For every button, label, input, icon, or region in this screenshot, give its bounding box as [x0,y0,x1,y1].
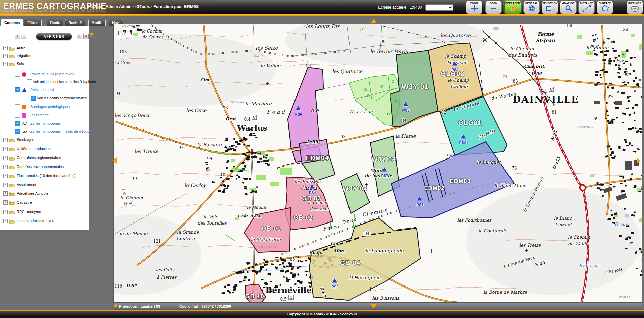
folder-icon [9,164,15,170]
map-label: le Carloy [184,183,207,188]
tree-expander[interactable]: + [3,191,8,196]
map-canvas[interactable]: WJY 01GLG02GLG01EDM04WJY 03WJY 04EDM02ED… [114,24,642,302]
option-label[interactable]: voir uniquement les parcelles à l'aplomb [33,79,96,85]
layer-checkbox[interactable] [15,113,20,118]
tree-expander[interactable]: + [3,138,8,142]
tree-expander[interactable]: + [3,147,8,151]
tree-expander[interactable]: + [3,183,8,187]
map-label: C [253,115,256,120]
uncheck-all-button[interactable]: ✗ [83,34,89,39]
tab-rech-[interactable]: Rech. [47,19,63,26]
map-label: Cim. [200,78,211,82]
point-label: PS21 [459,141,468,145]
expand-all-button[interactable]: + [15,34,20,39]
status-corner-icon [113,303,119,309]
map-label: la Marlière [245,101,272,106]
map-label: le Chemin [308,200,328,205]
point-label: PS4 [309,191,316,195]
folder-label[interactable]: Unités de production [17,146,51,152]
toolbar-zoom-in-button[interactable]: ZOOM [466,1,482,14]
folder-label[interactable]: Limites administratives [17,218,54,224]
tree-expander[interactable]: + [3,46,8,50]
tree-expander[interactable]: + [3,165,8,169]
tree-expander[interactable]: + [3,200,8,205]
status-bar: Projection : Lambert 93 Coord. (m) : 676… [114,303,642,310]
scale-select[interactable] [425,4,453,11]
option-checkbox[interactable]: ✓ [31,96,36,101]
map-viewport[interactable]: WJY 01GLG02GLG01EDM04WJY 03WJY 04EDM02ED… [114,24,642,302]
option-label[interactable]: voir les points complémentaires [37,95,87,101]
map-label: le Champ [445,54,466,59]
layer-checkbox[interactable]: ✓ [15,87,20,92]
folder-label[interactable]: RPG anonyme [17,209,41,215]
toolbar-deplacer-button[interactable]: DEPLACER☝ [504,1,521,14]
scale-label: Echelle actuelle : 1:9480 [373,5,422,10]
pan-down-arrow[interactable] [371,304,377,308]
folder-label[interactable]: Stockages [17,137,34,143]
tab-couches[interactable]: Couches [1,19,23,26]
app-window: ERMES CARTOGRAPHIE ERMES CARTOGRAPHIE Se… [0,0,644,318]
map-label: les Seize [256,45,278,51]
tree-expander[interactable]: + [3,219,8,223]
map-label: le Moulin [247,205,266,210]
layer-label[interactable]: Zones homogènes [30,120,61,126]
layer-label[interactable]: Points de suivi (à prélever) [30,71,74,77]
map-label: Couture [176,236,195,241]
folder-label[interactable]: Irrigation [17,53,31,59]
map-label: de Gouves [142,35,163,39]
toolbar-distance-button[interactable]: DISTANCE [578,1,595,14]
tree-expander[interactable]: + [3,210,8,214]
pan-right-arrow[interactable] [637,157,641,164]
toolbar-selection-button[interactable]: SELECTIONi [542,1,558,14]
map-label: Chap. [309,250,322,255]
folder-label[interactable]: Assolement [17,182,36,188]
folder-label[interactable]: Parcellaire Agricole [17,190,48,196]
map-label: 90 [482,38,487,43]
folder-label[interactable]: Flux cumulés (10 dernières années) [17,173,75,179]
tab-filtres[interactable]: Filtres [24,19,42,26]
layer-label[interactable]: Piézomètre [30,112,49,118]
tree-expander[interactable]: − [3,62,8,66]
layer-label[interactable]: Sondages pédologiques [30,104,70,110]
layer-checkbox[interactable]: ✓ [15,129,20,134]
check-all-button[interactable]: ✓ [77,34,82,39]
collapse-all-button[interactable]: − [21,34,26,39]
map-label: WAILLY [619,295,631,299]
folder-label[interactable]: Cadastre [17,199,32,205]
layer-label[interactable]: Points de suivi [30,87,54,93]
pan-up-arrow[interactable] [371,19,377,23]
folder-icon [9,218,15,225]
folder-label[interactable]: Sols [17,61,24,67]
toolbar-general-button[interactable]: GENERAL [523,1,540,14]
map-label: 99 [131,176,137,181]
pan-left-arrow[interactable] [113,157,117,164]
map-label: le Champ [448,78,469,83]
tree-expander[interactable]: + [3,174,8,178]
folder-label[interactable]: Autre [17,45,25,51]
map-label: 88 [567,24,572,28]
toolbar-imprimer-button[interactable]: IMPRIMER [627,1,643,14]
toolbar-zoom-out-button[interactable]: ZOOM [485,1,502,14]
point-label: PS5 [332,285,339,289]
folder-label[interactable]: Données environnementales [17,164,64,170]
layer-checkbox[interactable]: ✓ [15,121,20,126]
toolbar-surface-button[interactable]: SURFACE [597,1,613,14]
tab-rech-2[interactable]: Rech. 2 [65,19,85,26]
map-label: les Quatorze [332,69,362,74]
map-label: à Pierres [157,275,177,280]
map-label: 0,5 [280,297,286,302]
afficher-button[interactable]: AFFICHER [36,33,72,40]
tree-expander[interactable]: + [3,156,8,160]
option-checkbox[interactable] [27,79,32,84]
dot-pink [22,72,26,78]
folder-label[interactable]: Contraintes règlementaires [17,155,61,161]
point-label: PS6 [295,112,302,116]
tab-modif-[interactable]: Modif. [88,19,106,26]
folder-icon [9,200,15,206]
map-label: Warlus [237,123,267,132]
layer-label[interactable]: Zones homogènes - Traits de découpes [30,128,95,134]
tree-expander[interactable]: + [3,54,8,58]
layer-checkbox[interactable] [15,72,20,77]
toolbar-analyse-button[interactable]: ANALYSE [560,1,577,14]
layer-checkbox[interactable] [15,104,20,109]
